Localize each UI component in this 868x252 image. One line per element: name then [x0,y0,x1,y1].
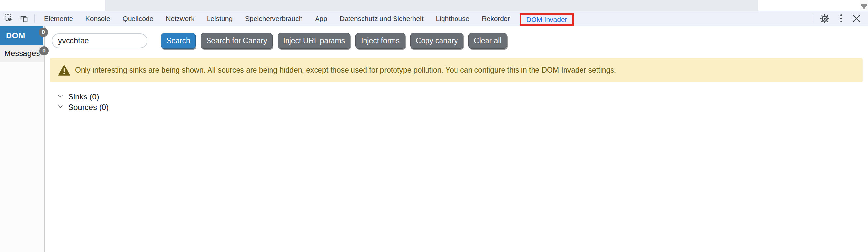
panel-tabs: Elemente Konsole Quellcode Netzwerk Leis… [38,11,516,26]
sidebar-item-dom[interactable]: DOM [0,26,43,45]
sinks-section-header[interactable]: Sinks (0) [57,92,108,102]
tab-rekorder[interactable]: Rekorder [475,11,516,26]
devtools-window: Elemente Konsole Quellcode Netzwerk Leis… [0,0,868,252]
tab-dom-invader-highlight[interactable]: DOM Invader [520,13,574,26]
warning-triangle-icon [58,65,70,76]
inject-url-params-button[interactable]: Inject URL params [278,33,351,48]
devtools-toolbar: Elemente Konsole Quellcode Netzwerk Leis… [0,11,868,26]
top-strip-block [105,0,758,11]
tab-elemente[interactable]: Elemente [38,11,79,26]
clear-all-button[interactable]: Clear all [468,33,507,48]
sidebar-item-messages-label: Messages [4,49,40,58]
sidebar-item-dom-label: DOM [6,31,26,40]
tab-datenschutz-und-sicherheit[interactable]: Datenschutz und Sicherheit [334,11,430,26]
sources-section-label: Sources (0) [68,103,108,112]
messages-count-badge: 0 [39,46,49,56]
canary-search-input[interactable] [52,33,148,48]
inject-forms-button[interactable]: Inject forms [355,33,405,48]
copy-canary-button[interactable]: Copy canary [410,33,463,48]
search-for-canary-button[interactable]: Search for Canary [201,33,273,48]
tab-speicherverbrauch[interactable]: Speicherverbrauch [239,11,309,26]
toolbar-divider [813,14,814,23]
sidebar-item-messages[interactable]: Messages [0,45,44,62]
action-buttons: Search Search for Canary Inject URL para… [161,33,507,48]
tab-app[interactable]: App [309,11,333,26]
tab-dom-invader[interactable]: DOM Invader [526,16,567,24]
sources-section-header[interactable]: Sources (0) [57,102,108,112]
results-sections: Sinks (0) Sources (0) [57,92,108,112]
chevron-down-icon [57,93,64,101]
close-icon[interactable] [852,14,861,23]
more-options-kebab-icon[interactable] [840,14,842,23]
top-strip [0,0,868,11]
tab-konsole[interactable]: Konsole [79,11,117,26]
dom-invader-sidebar: DOM Messages 0 0 [0,26,45,252]
sinks-section-label: Sinks (0) [68,92,99,101]
dropdown-arrow-icon [861,3,868,11]
chevron-down-icon [57,103,64,111]
warning-banner: Only interesting sinks are being shown. … [50,58,863,82]
tab-netzwerk[interactable]: Netzwerk [160,11,201,26]
tab-quellcode[interactable]: Quellcode [117,11,160,26]
toggle-device-toolbar-icon[interactable] [19,14,28,23]
warning-banner-text: Only interesting sinks are being shown. … [75,66,616,75]
toolbar-divider [34,14,35,23]
inspect-element-icon[interactable] [4,14,13,23]
tab-leistung[interactable]: Leistung [201,11,239,26]
search-button[interactable]: Search [161,33,196,48]
dom-count-badge: 0 [39,28,48,37]
tab-lighthouse[interactable]: Lighthouse [430,11,476,26]
settings-gear-icon[interactable] [819,13,830,24]
